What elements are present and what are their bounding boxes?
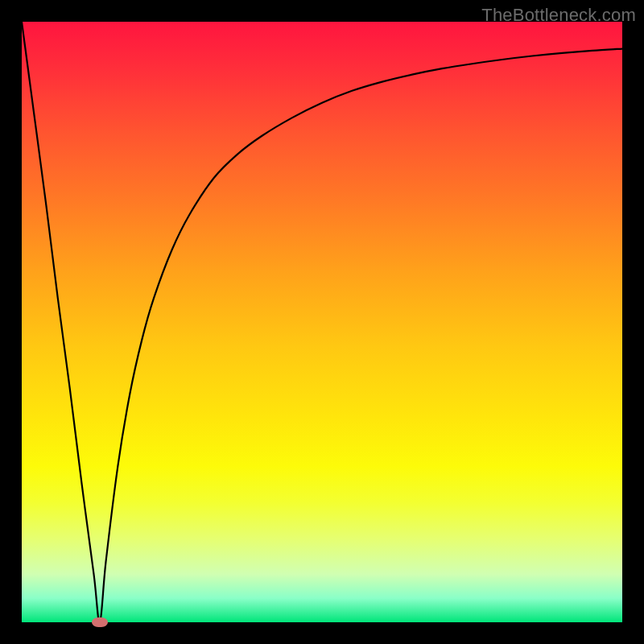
- bottleneck-curve: [22, 22, 622, 622]
- plot-area: [22, 22, 622, 622]
- minimum-marker: [92, 617, 108, 627]
- chart-frame: TheBottleneck.com: [0, 0, 644, 644]
- watermark-text: TheBottleneck.com: [481, 5, 636, 26]
